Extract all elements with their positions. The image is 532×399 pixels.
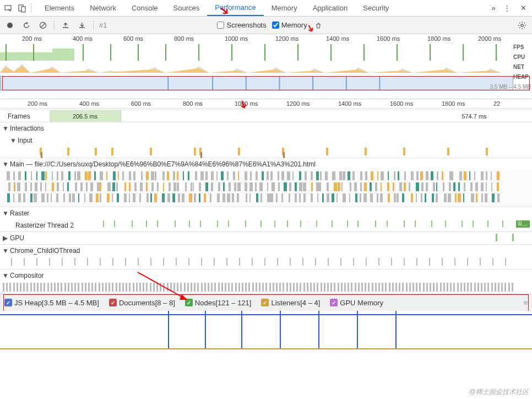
svg-rect-33: [379, 77, 380, 90]
expand-icon[interactable]: ▶: [2, 234, 8, 242]
fps-overview: [0, 44, 507, 61]
legend-item[interactable]: ✓Documents[8 – 8]: [109, 299, 175, 307]
ruler-tick: 1400 ms: [338, 100, 361, 107]
main-lane: [0, 170, 532, 207]
memory-checkbox[interactable]: Memory: [272, 21, 307, 29]
interactions-track[interactable]: ▼Interactions ▼Input: [0, 122, 532, 158]
tab-security[interactable]: Security: [355, 1, 397, 15]
gpu-track[interactable]: ▶GPU: [0, 232, 532, 245]
legend-checkbox[interactable]: ✓: [109, 299, 117, 306]
legend-checkbox[interactable]: ✓: [185, 299, 193, 306]
svg-rect-31: [312, 77, 313, 90]
svg-rect-19: [330, 44, 332, 61]
tab-console[interactable]: Console: [124, 1, 166, 15]
close-devtools-icon[interactable]: ✕: [517, 2, 530, 15]
ruler-tick: 400 ms: [73, 35, 93, 42]
tab-sources[interactable]: Sources: [166, 1, 208, 15]
device-toggle-icon[interactable]: [15, 2, 29, 15]
svg-rect-32: [346, 77, 347, 90]
ruler-tick: 400 ms: [79, 100, 99, 107]
more-tabs-icon[interactable]: »: [487, 2, 500, 15]
svg-rect-0: [5, 6, 11, 10]
frame-time-label: 574.7 ms: [449, 110, 499, 122]
svg-marker-26: [0, 66, 501, 73]
memory-chart[interactable]: [0, 311, 532, 349]
raster-lane: [99, 219, 510, 230]
svg-rect-28: [212, 77, 213, 90]
collapse-icon[interactable]: ▼: [2, 247, 8, 255]
legend-item[interactable]: ✓GPU Memory: [330, 299, 383, 307]
legend-menu-icon[interactable]: ≡: [523, 299, 528, 307]
overview-ruler: 200 ms400 ms600 ms800 ms1000 ms1200 ms14…: [0, 34, 532, 44]
svg-rect-9: [6, 44, 7, 61]
performance-toolbar: #1 Screenshots Memory: [0, 17, 532, 34]
svg-rect-2: [21, 7, 25, 12]
ruler-tick: 1200 ms: [286, 100, 310, 107]
collapse-icon[interactable]: ▼: [2, 160, 8, 168]
overview-pane[interactable]: 200 ms400 ms600 ms800 ms1000 ms1200 ms14…: [0, 34, 532, 99]
collapse-icon[interactable]: ▼: [2, 272, 8, 279]
ruler-tick: 600 ms: [131, 100, 151, 107]
screenshots-checkbox[interactable]: Screenshots: [217, 21, 266, 29]
legend-checkbox[interactable]: ✓: [4, 299, 12, 306]
collapse-icon[interactable]: ▼: [10, 137, 15, 144]
heap-range-label: 3.5 MB – 4.5 MB: [490, 84, 531, 90]
tab-network[interactable]: Network: [82, 1, 124, 15]
legend-checkbox[interactable]: ✓: [330, 299, 338, 306]
legend-checkbox[interactable]: ✓: [261, 299, 269, 306]
main-track[interactable]: ▼Main — file:///C:/Users/suxq/Desktop/%E…: [0, 158, 532, 207]
legend-item[interactable]: ✓Nodes[121 – 121]: [185, 299, 252, 307]
ruler-tick: 2000 ms: [478, 35, 501, 42]
svg-rect-23: [463, 44, 464, 61]
clear-button[interactable]: [37, 20, 48, 31]
ruler-tick: 1000 ms: [235, 100, 258, 107]
tab-application[interactable]: Application: [305, 1, 356, 15]
flame-ruler: 200 ms400 ms600 ms800 ms1000 ms1200 ms14…: [0, 99, 532, 110]
collapse-icon[interactable]: ▼: [2, 125, 8, 132]
frames-label: Frames: [0, 112, 50, 120]
svg-rect-14: [165, 44, 166, 61]
memory-metrics-pane: ✓JS Heap[3.5 MB – 4.5 MB]✓Documents[8 – …: [0, 294, 532, 349]
ruler-tick: 1800 ms: [442, 100, 465, 107]
svg-rect-18: [297, 44, 298, 61]
ruler-tick: 800 ms: [183, 100, 203, 107]
compositor-track[interactable]: ▼Compositor: [0, 269, 532, 294]
legend-item[interactable]: ✓JS Heap[3.5 MB – 4.5 MB]: [4, 299, 99, 307]
svg-rect-12: [110, 44, 111, 61]
ruler-tick: 1200 ms: [275, 35, 298, 42]
frames-track[interactable]: Frames 206.5 ms 574.7 ms: [0, 110, 532, 122]
cpu-overview: [0, 61, 507, 73]
kebab-menu-icon[interactable]: ⋮: [500, 2, 513, 15]
overview-side-labels: FPSCPUNETHEAP: [513, 44, 532, 84]
watermark: @稀土掘金技术社区: [469, 387, 529, 397]
reload-record-button[interactable]: [21, 20, 32, 31]
settings-gear-icon[interactable]: [517, 20, 528, 31]
ruler-tick: 1600 ms: [377, 35, 400, 42]
svg-rect-29: [246, 77, 247, 90]
garbage-collect-button[interactable]: [313, 20, 324, 31]
collapse-icon[interactable]: ▼: [2, 209, 8, 217]
ruler-tick: 1400 ms: [326, 35, 349, 42]
inspect-element-icon[interactable]: [2, 2, 15, 15]
child-io-lane: [0, 257, 532, 269]
record-button[interactable]: [4, 20, 15, 31]
input-lane: [7, 147, 532, 158]
frame-block[interactable]: 206.5 ms: [50, 110, 121, 122]
svg-point-3: [7, 23, 13, 28]
svg-rect-10: [33, 44, 34, 61]
recording-selector[interactable]: #1: [99, 21, 107, 29]
devtools-tabbar: ElementsNetworkConsoleSourcesPerformance…: [0, 0, 532, 17]
child-io-track[interactable]: ▼Chrome_ChildIOThread: [0, 245, 532, 269]
tab-memory[interactable]: Memory: [264, 1, 305, 15]
load-profile-button[interactable]: [60, 20, 71, 31]
ruler-tick: 1800 ms: [427, 35, 450, 42]
ruler-tick: 800 ms: [174, 35, 194, 42]
legend-item[interactable]: ✓Listeners[4 – 4]: [261, 299, 320, 307]
tab-elements[interactable]: Elements: [37, 1, 82, 15]
raster-track[interactable]: ▼Raster Rasterizer Thread 2 R…: [0, 207, 532, 232]
flame-chart[interactable]: 200 ms400 ms600 ms800 ms1000 ms1200 ms14…: [0, 99, 532, 294]
ruler-tick: 200 ms: [22, 35, 42, 42]
tab-performance[interactable]: Performance: [207, 0, 263, 16]
save-profile-button[interactable]: [77, 20, 88, 31]
memory-legend: ✓JS Heap[3.5 MB – 4.5 MB]✓Documents[8 – …: [0, 294, 532, 311]
